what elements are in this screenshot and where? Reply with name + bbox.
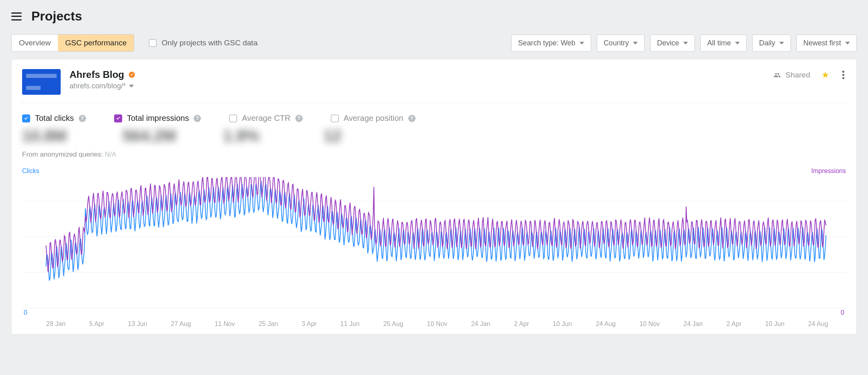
y-axis-right-label: Impressions <box>811 167 846 175</box>
only-gsc-label: Only projects with GSC data <box>162 39 258 47</box>
tab-overview[interactable]: Overview <box>12 35 58 51</box>
granularity-dropdown[interactable]: Daily <box>752 35 791 52</box>
project-name: Ahrefs Blog <box>70 69 124 80</box>
metric-average-ctr[interactable]: Average CTR ? <box>229 114 303 123</box>
verified-icon <box>128 71 135 78</box>
checkbox-icon <box>22 114 30 122</box>
chevron-down-icon <box>735 42 740 45</box>
metric-total-impressions[interactable]: Total impressions ? <box>114 114 201 123</box>
total-clicks-value: 10.8M <box>22 127 94 145</box>
checkbox-icon <box>229 114 237 122</box>
help-icon[interactable]: ? <box>194 115 201 122</box>
average-ctr-value: 1.9% <box>223 127 295 145</box>
search-type-dropdown[interactable]: Search type: Web <box>511 35 591 52</box>
metric-average-position[interactable]: Average position ? <box>331 114 416 123</box>
project-url: ahrefs.com/blog/* <box>70 82 126 90</box>
chevron-down-icon <box>683 42 688 45</box>
performance-chart[interactable] <box>22 177 846 320</box>
only-gsc-filter[interactable]: Only projects with GSC data <box>149 39 258 47</box>
device-dropdown[interactable]: Device <box>650 35 695 52</box>
help-icon[interactable]: ? <box>79 115 86 122</box>
metric-total-clicks[interactable]: Total clicks ? <box>22 114 86 123</box>
page-title: Projects <box>31 9 82 24</box>
y-axis-left-zero: 0 <box>24 309 27 316</box>
project-thumbnail <box>22 69 61 95</box>
checkbox-icon <box>114 114 122 122</box>
menu-icon[interactable] <box>11 12 22 20</box>
chevron-down-icon <box>579 42 584 45</box>
average-position-value: 12 <box>323 127 396 145</box>
x-axis-ticks: 28 Jan5 Apr13 Jun27 Aug11 Nov25 Jan3 Apr… <box>20 319 848 332</box>
y-axis-left-label: Clicks <box>22 167 39 175</box>
people-icon <box>773 71 782 79</box>
star-icon[interactable]: ★ <box>821 70 829 80</box>
chevron-down-icon <box>845 42 850 45</box>
shared-indicator[interactable]: Shared <box>773 71 810 79</box>
tab-gsc-performance[interactable]: GSC performance <box>58 35 134 51</box>
anonymized-queries-note: From anonymized queries: N/A <box>20 147 848 167</box>
y-axis-right-zero: 0 <box>841 309 844 316</box>
checkbox-icon <box>331 114 339 122</box>
country-dropdown[interactable]: Country <box>597 35 645 52</box>
chevron-down-icon <box>779 42 784 45</box>
checkbox-icon[interactable] <box>149 39 157 47</box>
time-range-dropdown[interactable]: All time <box>700 35 747 52</box>
chevron-down-icon[interactable] <box>129 85 134 88</box>
help-icon[interactable]: ? <box>408 115 416 122</box>
more-menu-icon[interactable] <box>841 69 846 81</box>
total-impressions-value: 564.2M <box>123 127 195 145</box>
view-tabs: Overview GSC performance <box>11 34 134 52</box>
chevron-down-icon <box>633 42 638 45</box>
help-icon[interactable]: ? <box>295 115 303 122</box>
sort-dropdown[interactable]: Newest first <box>796 35 857 52</box>
